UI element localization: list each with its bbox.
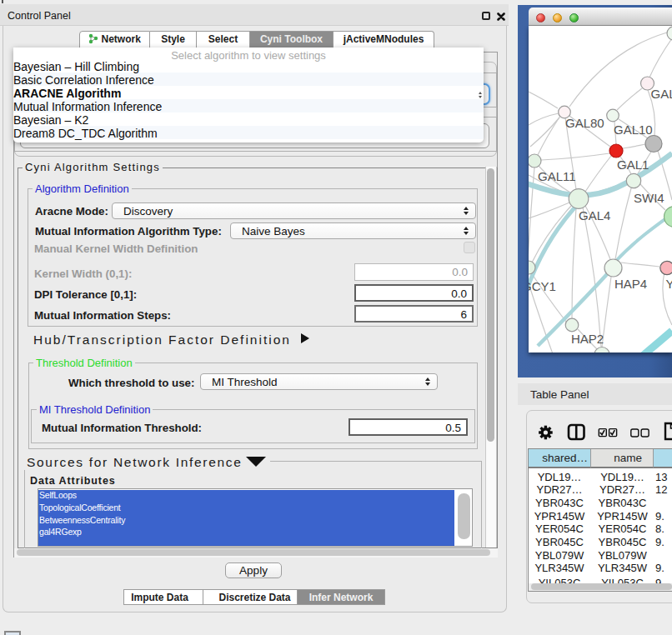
svg-text:HAP4: HAP4 xyxy=(614,277,647,291)
svg-text:YBR045C: YBR045C xyxy=(535,536,584,548)
svg-text:YIL053C: YIL053C xyxy=(601,577,644,583)
svg-text:13: 13 xyxy=(655,471,667,483)
svg-text:YER054C: YER054C xyxy=(599,522,647,535)
svg-text:YDR27…: YDR27… xyxy=(599,483,645,496)
svg-text:YBL079W: YBL079W xyxy=(598,549,647,562)
svg-text:HAP2: HAP2 xyxy=(571,332,604,346)
svg-text:YLR345W: YLR345W xyxy=(598,562,648,574)
svg-text:GAL1: GAL1 xyxy=(617,158,649,172)
svg-text:9: 9 xyxy=(655,577,661,583)
svg-text:YBR043C: YBR043C xyxy=(599,497,647,509)
svg-text:YDR27…: YDR27… xyxy=(537,483,583,496)
svg-text:8.: 8. xyxy=(655,522,664,535)
svg-text:YLR345W: YLR345W xyxy=(534,562,584,574)
svg-text:SWI4: SWI4 xyxy=(634,191,664,205)
svg-text:9.: 9. xyxy=(655,562,664,574)
svg-text:Y: Y xyxy=(666,277,672,291)
svg-text:9.: 9. xyxy=(655,510,664,522)
svg-text:YBR045C: YBR045C xyxy=(599,536,647,548)
svg-text:YBL079W: YBL079W xyxy=(535,549,584,562)
svg-text:12: 12 xyxy=(655,483,667,496)
svg-text:YPR145W: YPR145W xyxy=(597,510,648,522)
svg-text:YDL19…: YDL19… xyxy=(600,471,644,483)
svg-text:YER054C: YER054C xyxy=(535,522,584,535)
svg-text:9.: 9. xyxy=(655,536,664,548)
svg-text:GAL10: GAL10 xyxy=(614,122,653,137)
svg-text:GCY1: GCY1 xyxy=(529,279,556,293)
svg-text:GAL11: GAL11 xyxy=(538,169,576,183)
svg-text:YIL053C: YIL053C xyxy=(539,577,581,583)
svg-text:YBR043C: YBR043C xyxy=(535,497,584,509)
svg-text:YPR145W: YPR145W xyxy=(534,510,585,522)
svg-text:GAL: GAL xyxy=(651,87,672,101)
svg-text:YDL19…: YDL19… xyxy=(538,471,582,483)
svg-text:GAL80: GAL80 xyxy=(565,116,604,130)
svg-text:GAL4: GAL4 xyxy=(579,208,610,222)
